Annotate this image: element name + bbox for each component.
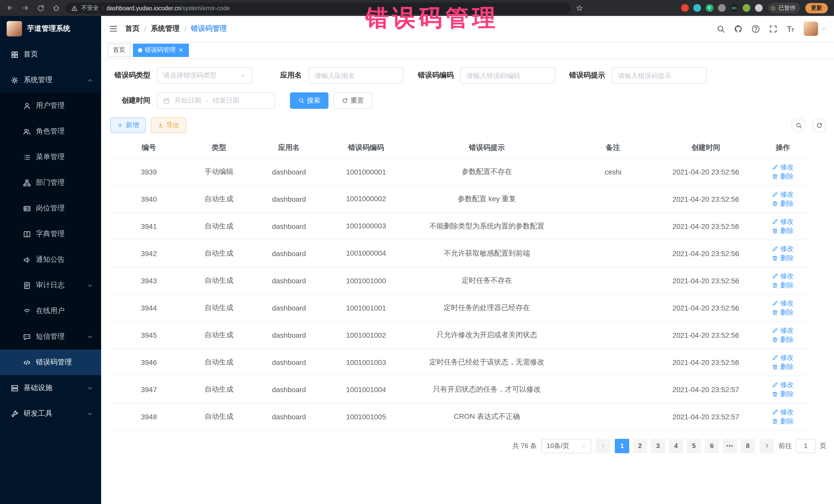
edit-link[interactable]: 修改	[772, 407, 794, 416]
sidebar-item-post[interactable]: 岗位管理	[0, 196, 101, 221]
user-menu[interactable]	[804, 22, 826, 36]
security-warning-icon[interactable]	[71, 5, 78, 11]
page-button[interactable]: 4	[669, 439, 683, 453]
page-button[interactable]: 6	[705, 439, 719, 453]
update-button[interactable]: 更新	[805, 3, 828, 13]
more-pages-button[interactable]: •••	[723, 439, 737, 453]
sidebar-item-home[interactable]: 首页	[0, 42, 101, 67]
trash-icon	[772, 227, 778, 234]
extension-icon-paw[interactable]	[755, 4, 762, 12]
edit-link[interactable]: 修改	[772, 271, 794, 281]
sidebar-item-user[interactable]: 用户管理	[0, 93, 101, 118]
tab-label: 错误码管理	[145, 46, 176, 54]
delete-link[interactable]: 删除	[772, 308, 794, 317]
cell-time: 2021-04-20 23:52:56	[657, 321, 755, 349]
extension-icon-vue[interactable]: V	[705, 4, 713, 12]
bookmark-star-icon[interactable]	[576, 4, 583, 12]
reset-button[interactable]: 重置	[334, 92, 372, 109]
delete-link[interactable]: 删除	[772, 389, 794, 398]
tab-home[interactable]: 首页	[108, 43, 130, 57]
edit-link[interactable]: 修改	[772, 190, 794, 199]
delete-link[interactable]: 删除	[772, 335, 794, 344]
extension-icon-switch[interactable]: on	[730, 4, 738, 12]
cell-id: 3948	[110, 403, 187, 430]
delete-link[interactable]: 删除	[772, 226, 794, 235]
add-button[interactable]: 新增	[110, 117, 146, 133]
error-code-input[interactable]	[466, 72, 549, 79]
code-icon	[23, 358, 31, 366]
column-header: 创建时间	[657, 138, 755, 158]
edit-link[interactable]: 修改	[772, 162, 794, 172]
extension-icon-leaf[interactable]	[742, 4, 750, 12]
error-hint-input[interactable]	[618, 72, 701, 79]
date-range-picker[interactable]: 开始日期 - 结束日期	[157, 92, 275, 109]
delete-link[interactable]: 删除	[772, 281, 794, 290]
address-bar[interactable]: 不安全 dashboard.yudao.iocoder.cn/system/er…	[65, 2, 571, 14]
github-icon[interactable]	[734, 24, 743, 33]
edit-link[interactable]: 修改	[772, 299, 794, 308]
wrench-icon	[11, 410, 19, 418]
delete-link[interactable]: 删除	[772, 253, 794, 263]
sidebar-item-audit-log[interactable]: 审计日志	[0, 272, 101, 298]
export-button[interactable]: 导出	[151, 117, 186, 133]
back-icon[interactable]	[6, 4, 14, 12]
page-button[interactable]: 2	[633, 439, 647, 453]
font-size-icon[interactable]	[786, 24, 795, 33]
sidebar-item-notice[interactable]: 通知公告	[0, 247, 101, 272]
page-size-select[interactable]: 10条/页	[542, 439, 591, 453]
profile-paused-badge[interactable]: ☺ 已暂停	[768, 3, 800, 13]
prev-page-button[interactable]	[596, 439, 610, 453]
forward-icon[interactable]	[22, 4, 29, 12]
search-button[interactable]: 搜索	[290, 92, 328, 109]
delete-link[interactable]: 删除	[772, 172, 794, 181]
reload-icon[interactable]	[37, 4, 45, 12]
sidebar-item-online-user[interactable]: 在线用户	[0, 298, 101, 324]
edit-link[interactable]: 修改	[772, 244, 794, 253]
delete-link[interactable]: 删除	[772, 416, 794, 426]
sidebar-item-role[interactable]: 角色管理	[0, 118, 101, 144]
fullscreen-icon[interactable]	[769, 24, 777, 33]
sidebar-toggle-icon[interactable]	[109, 24, 118, 34]
cell-type: 自动生成	[187, 349, 250, 376]
extension-icon-drop[interactable]	[693, 4, 701, 12]
search-icon[interactable]	[717, 24, 725, 33]
extension-icon-grid[interactable]	[718, 4, 725, 12]
tab-error-code[interactable]: 错误码管理	[133, 43, 189, 57]
sidebar-item-error-code[interactable]: 错误码管理	[0, 350, 101, 375]
app-logo[interactable]: 芋道管理系统	[0, 16, 101, 42]
trash-icon	[772, 173, 778, 179]
sidebar-item-dict[interactable]: 字典管理	[0, 221, 101, 247]
goto-input[interactable]	[795, 439, 816, 453]
edit-link[interactable]: 修改	[772, 217, 794, 226]
edit-link[interactable]: 修改	[772, 326, 794, 335]
sidebar-item-dev-tools[interactable]: 研发工具	[0, 401, 101, 426]
edit-link[interactable]: 修改	[772, 353, 794, 362]
breadcrumb-item[interactable]: 首页	[125, 24, 139, 34]
delete-label: 删除	[781, 172, 794, 181]
sidebar-item-system[interactable]: 系统管理	[0, 67, 101, 93]
page-button[interactable]: 5	[687, 439, 701, 453]
cell-type: 自动生成	[187, 240, 250, 267]
sidebar-item-menu[interactable]: 菜单管理	[0, 144, 101, 170]
browser-home-icon[interactable]	[52, 4, 60, 12]
sidebar-item-infra[interactable]: 基础设施	[0, 375, 101, 401]
cell-id: 3946	[110, 349, 187, 376]
extension-icon-record[interactable]	[681, 4, 688, 12]
page-button[interactable]: 3	[651, 439, 665, 453]
toggle-search-button[interactable]	[791, 118, 806, 132]
refresh-table-button[interactable]	[812, 118, 826, 132]
delete-link[interactable]: 删除	[772, 362, 794, 371]
tab-label: 首页	[113, 46, 125, 54]
delete-link[interactable]: 删除	[772, 199, 794, 208]
next-page-button[interactable]	[760, 439, 774, 453]
help-icon[interactable]	[751, 24, 760, 33]
error-type-select[interactable]: 请选择错误码类型	[157, 67, 252, 84]
app-name-input[interactable]	[314, 72, 397, 79]
sidebar-item-sms[interactable]: 短信管理	[0, 324, 101, 350]
trash-icon	[772, 336, 778, 343]
edit-link[interactable]: 修改	[772, 380, 794, 389]
sidebar-item-dept[interactable]: 部门管理	[0, 170, 101, 196]
page-button[interactable]: 8	[741, 439, 755, 453]
page-button[interactable]: 1	[615, 439, 629, 453]
breadcrumb-item[interactable]: 系统管理	[151, 24, 180, 34]
